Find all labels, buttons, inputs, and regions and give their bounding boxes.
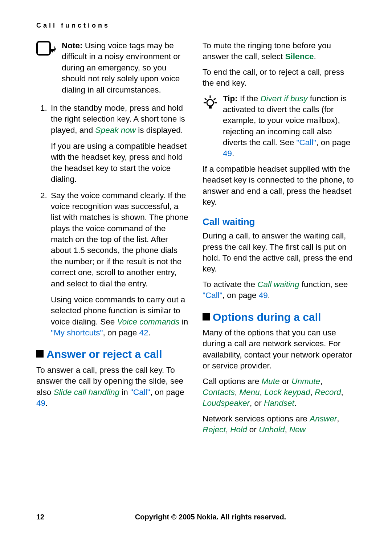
link-my-shortcuts[interactable]: "My shortcuts": [51, 328, 103, 337]
link-call[interactable]: "Call": [203, 291, 222, 300]
paragraph: To end the call, or to reject a call, pr…: [203, 67, 356, 89]
page-header: Call functions: [36, 22, 356, 29]
ui-term-unhold: Unhold: [259, 425, 285, 434]
link-call[interactable]: "Call": [297, 138, 317, 147]
paragraph: During a call, to answer the waiting cal…: [203, 230, 356, 275]
tip-label: Tip:: [223, 94, 238, 103]
paragraph: Network services options are Answer, Rej…: [203, 413, 356, 436]
ui-term-voice-commands: Voice commands: [117, 317, 180, 326]
svg-rect-0: [37, 42, 50, 55]
ui-term-call-waiting: Call waiting: [257, 280, 299, 289]
paragraph: Call options are Mute or Unmute, Contact…: [203, 376, 356, 409]
note-text: Note: Using voice tags may be difficult …: [62, 40, 189, 95]
ui-term-answer: Answer: [310, 414, 337, 423]
heading-call-waiting: Call waiting: [203, 216, 356, 228]
instruction-list: In the standby mode, press and hold the …: [36, 103, 189, 339]
ui-term-unmute: Unmute: [291, 377, 320, 386]
paragraph: To mute the ringing tone before you answ…: [203, 40, 356, 62]
tip-text: Tip: If the Divert if busy function is a…: [223, 93, 356, 159]
section-bullet-icon: [36, 350, 44, 358]
ui-term-loudspeaker: Loudspeaker: [203, 399, 250, 408]
two-column-body: Note: Using voice tags may be difficult …: [36, 40, 356, 440]
paragraph: To activate the Call waiting function, s…: [203, 279, 356, 301]
link-page-49[interactable]: 49: [36, 399, 45, 408]
link-page-49[interactable]: 49: [223, 149, 232, 158]
list-item: Say the voice command clearly. If the vo…: [49, 190, 189, 339]
right-column: To mute the ringing tone before you answ…: [203, 40, 356, 440]
ui-term-new: New: [289, 425, 306, 434]
svg-point-2: [207, 99, 213, 106]
manual-page: Call functions Note: Using voice tags ma…: [0, 0, 392, 543]
note-icon: [36, 41, 56, 58]
tip-icon: [203, 94, 218, 159]
svg-line-6: [214, 98, 216, 100]
link-call[interactable]: "Call": [130, 388, 150, 397]
left-column: Note: Using voice tags may be difficult …: [36, 40, 189, 440]
ui-term-mute: Mute: [262, 377, 280, 386]
svg-rect-3: [209, 106, 212, 109]
list-subtext: If you are using a compatible headset wi…: [51, 141, 189, 185]
ui-term-menu: Menu: [239, 388, 260, 397]
ui-term-contacts: Contacts: [203, 388, 235, 397]
svg-line-5: [205, 98, 207, 100]
ui-term-hold: Hold: [230, 425, 247, 434]
ui-term-lock-keypad: Lock keypad: [264, 388, 310, 397]
paragraph: If a compatible headset supplied with th…: [203, 164, 356, 208]
paragraph: To answer a call, press the call key. To…: [36, 365, 189, 409]
ui-term-divert-if-busy: Divert if busy: [260, 94, 307, 103]
paragraph: Many of the options that you can use dur…: [203, 327, 356, 372]
ui-term-slide-call-handling: Slide call handling: [54, 388, 119, 397]
ui-term-reject: Reject: [203, 425, 226, 434]
section-bullet-icon: [203, 313, 210, 321]
ui-term-silence: Silence: [285, 52, 314, 61]
tip-block: Tip: If the Divert if busy function is a…: [203, 93, 356, 159]
list-subtext: Using voice commands to carry out a sele…: [51, 294, 189, 339]
page-footer: 12 Copyright © 2005 Nokia. All rights re…: [36, 513, 356, 521]
note-block: Note: Using voice tags may be difficult …: [36, 40, 189, 95]
note-label: Note:: [62, 41, 83, 50]
ui-term-speak-now: Speak now: [95, 126, 136, 135]
heading-answer-reject: Answer or reject a call: [36, 347, 189, 362]
heading-options-during-call: Options during a call: [203, 310, 356, 325]
list-item: In the standby mode, press and hold the …: [49, 103, 189, 185]
ui-term-handset: Handset: [264, 399, 294, 408]
copyright-text: Copyright © 2005 Nokia. All rights reser…: [65, 513, 356, 521]
page-number: 12: [36, 513, 65, 521]
link-page-42[interactable]: 42: [139, 328, 148, 337]
link-page-49[interactable]: 49: [259, 291, 268, 300]
ui-term-record: Record: [315, 388, 341, 397]
